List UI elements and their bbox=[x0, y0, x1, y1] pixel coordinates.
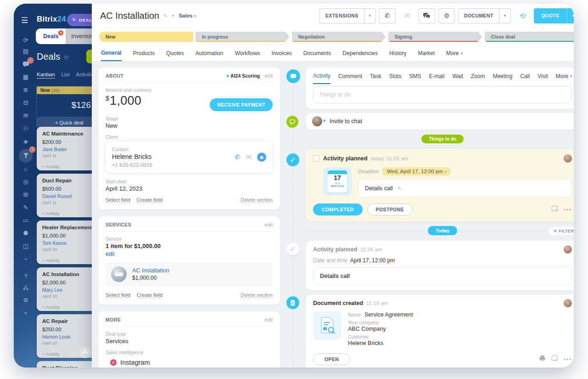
automation-icon[interactable]: ⚈ bbox=[21, 230, 31, 239]
doc-name-value[interactable]: Service Agreement bbox=[364, 311, 413, 318]
postpone-button[interactable]: POSTPONE bbox=[367, 204, 413, 215]
tab-slots[interactable]: Slots bbox=[389, 68, 402, 84]
start-date-value[interactable]: April 12, 2023 bbox=[106, 185, 273, 192]
extensions-caret-icon[interactable]: ▼ bbox=[364, 9, 375, 23]
messenger-icon[interactable]: 2 bbox=[21, 60, 31, 69]
delete-section-link[interactable]: Delete section bbox=[241, 197, 273, 203]
deal-contact-link[interactable]: Jane Bader bbox=[42, 147, 92, 152]
contact-card[interactable]: Contact Helene Bricks +1 620-522-0015 ✆ … bbox=[106, 141, 273, 173]
stage-value[interactable]: New bbox=[106, 122, 273, 129]
breadcrumb[interactable]: Sales ▾ bbox=[179, 13, 196, 18]
cart-icon[interactable]: ⊞ bbox=[21, 191, 31, 200]
tab-inventory[interactable]: Inventory bbox=[66, 28, 92, 44]
tab-workflows[interactable]: Workflows bbox=[235, 45, 260, 61]
contact-profile-icon[interactable]: ☻ bbox=[257, 153, 266, 162]
deal-card[interactable]: Duct Cleaning bbox=[37, 361, 92, 368]
deal-contact-link[interactable]: Mary Lee bbox=[42, 287, 92, 293]
tab-sms[interactable]: SMS bbox=[409, 68, 421, 84]
close-icon[interactable]: ✕ bbox=[72, 17, 76, 22]
tab-more[interactable]: More▾ bbox=[446, 45, 463, 61]
tab-quotes[interactable]: Quotes bbox=[166, 45, 184, 61]
details-field[interactable]: Details call bbox=[313, 267, 572, 285]
funnel-button[interactable] bbox=[86, 50, 92, 63]
tab-automation[interactable]: Automation bbox=[196, 45, 224, 61]
activity-checkbox[interactable] bbox=[313, 155, 319, 162]
quote-button[interactable]: QUOTE ▼ bbox=[534, 8, 574, 23]
document-button[interactable]: DOCUMENT ▼ bbox=[458, 8, 511, 23]
invite-to-chat-link[interactable]: Invite to chat bbox=[330, 118, 362, 124]
tab-task[interactable]: Task bbox=[370, 68, 381, 84]
email-icon[interactable]: ✉ bbox=[246, 153, 252, 161]
amount-value[interactable]: $1,000 bbox=[106, 94, 141, 108]
favorite-star-icon[interactable]: ☆ bbox=[63, 53, 69, 61]
deal-card[interactable]: Duct Repair $500.00 Daniel Russel April … bbox=[37, 174, 92, 217]
more-actions-icon[interactable]: ••• bbox=[564, 356, 572, 362]
calendar-icon[interactable]: ▦ bbox=[21, 74, 31, 83]
help-icon[interactable]: ? bbox=[21, 273, 31, 282]
create-field-link[interactable]: Create field bbox=[137, 292, 162, 298]
tab-visit[interactable]: Visit bbox=[538, 68, 548, 84]
product-name-link[interactable]: AC Installation bbox=[132, 267, 169, 274]
call-icon[interactable]: ✆ bbox=[235, 153, 241, 161]
tab-zoom[interactable]: Zoom bbox=[471, 68, 485, 84]
sites-icon[interactable]: ⁂ bbox=[21, 285, 31, 294]
tab-general[interactable]: General bbox=[101, 45, 122, 61]
add-activity-link[interactable]: + Activity bbox=[42, 211, 92, 216]
tab-dependencies[interactable]: Dependencies bbox=[342, 45, 378, 61]
note-icon[interactable] bbox=[551, 355, 558, 363]
sync-icon[interactable]: ⟲ bbox=[514, 8, 531, 23]
avatar[interactable] bbox=[564, 299, 572, 307]
tab-comment[interactable]: Comment bbox=[338, 68, 362, 84]
marketing-icon[interactable]: ◎ bbox=[21, 178, 31, 187]
contact-name[interactable]: Helene Bricks bbox=[112, 153, 152, 160]
crm-icon[interactable]: 5 bbox=[19, 149, 33, 163]
settings-icon[interactable]: ⚙ bbox=[21, 297, 31, 306]
tab-meeting[interactable]: Meeting bbox=[493, 68, 513, 84]
tasks-icon[interactable]: ◈ bbox=[21, 138, 31, 147]
add-icon[interactable]: + bbox=[21, 310, 31, 319]
tab-activity[interactable]: Activity bbox=[313, 68, 330, 84]
contact-center-icon[interactable]: ▭ bbox=[21, 217, 31, 226]
filter-button[interactable]: ▼ FILTER bbox=[549, 227, 574, 235]
avatar[interactable] bbox=[564, 154, 572, 163]
link-icon[interactable]: ⚭ bbox=[171, 13, 175, 19]
delete-section-link[interactable]: Delete section bbox=[241, 292, 273, 298]
tab-history[interactable]: History bbox=[389, 45, 406, 61]
receive-payment-button[interactable]: RECEIVE PAYMENT bbox=[210, 98, 273, 111]
pulse-icon[interactable]: ⟳ bbox=[21, 37, 31, 46]
view-activities[interactable]: Activities bbox=[76, 72, 92, 79]
select-field-link[interactable]: Select field bbox=[106, 197, 130, 203]
deal-pill[interactable]: ✕DEAL bbox=[67, 14, 92, 26]
ai-scoring-button[interactable]: ✦AI24 Scoring bbox=[226, 73, 260, 79]
add-activity-link[interactable]: + Activity bbox=[42, 258, 92, 263]
chat-button[interactable] bbox=[419, 8, 435, 23]
deal-card[interactable]: AC Installation $2,000.00 Mary Lee April… bbox=[37, 267, 92, 311]
documents-icon[interactable]: ≣ bbox=[21, 86, 31, 96]
completed-button[interactable]: COMPLETED bbox=[313, 204, 363, 215]
tab-email[interactable]: E-mail bbox=[429, 68, 444, 84]
deadline-pill[interactable]: Wed, April 17, 12:00 pm ▾ bbox=[382, 167, 450, 175]
stage-new[interactable]: New bbox=[99, 32, 193, 42]
print-icon[interactable] bbox=[79, 346, 91, 358]
stage-signing[interactable]: Signing bbox=[388, 32, 482, 42]
live-feed-icon[interactable]: ▤ bbox=[21, 48, 31, 57]
deal-contact-link[interactable]: Tom Keane bbox=[42, 240, 92, 246]
tab-invoices[interactable]: Invoices bbox=[272, 45, 292, 61]
note-icon[interactable] bbox=[551, 205, 558, 214]
todo-input[interactable] bbox=[313, 86, 572, 103]
deal-contact-link[interactable]: Hamon Louis bbox=[42, 334, 92, 339]
contact-phone[interactable]: +1 620-522-0015 bbox=[112, 162, 152, 168]
tab-deals[interactable]: Deals5 bbox=[36, 28, 66, 44]
tab-more[interactable]: More▾ bbox=[556, 68, 572, 84]
deal-type-value[interactable]: Services bbox=[106, 338, 273, 345]
quote-caret-icon[interactable]: ▼ bbox=[567, 8, 574, 23]
edit-section-link[interactable]: edit bbox=[264, 317, 273, 322]
mail-button[interactable]: ✉ bbox=[399, 8, 415, 23]
view-list[interactable]: List bbox=[62, 72, 70, 79]
edit-products-link[interactable]: edit bbox=[106, 251, 273, 257]
sign-icon[interactable]: ✎ bbox=[21, 204, 31, 213]
bitrix-logo[interactable]: Bitrix24 bbox=[37, 15, 66, 24]
market-icon[interactable]: ◫ bbox=[21, 243, 31, 252]
document-preview[interactable] bbox=[313, 311, 342, 340]
kanban-column-header[interactable]: New (38) bbox=[37, 86, 92, 94]
